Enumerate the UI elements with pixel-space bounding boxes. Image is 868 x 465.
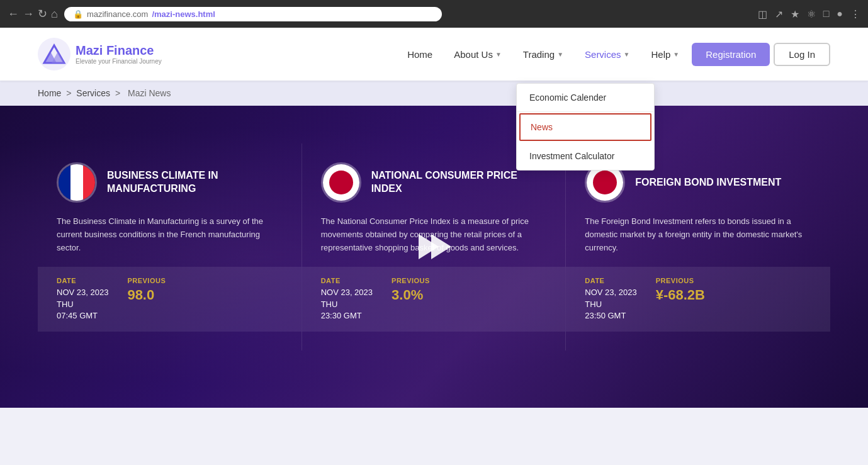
card-3-body: The Foreign Bond Investment refers to bo… [585,215,811,254]
play-overlay [414,227,454,267]
card-3-date-value: NOV 23, 2023 THU 23:50 GMT [585,287,636,322]
address-bar[interactable]: 🔒 mazifinance.com/mazi-news.html [64,7,442,21]
services-chevron-icon: ▼ [624,51,630,58]
url-prefix: mazifinance.com [87,9,149,19]
reload-button[interactable]: ↻ [38,8,47,20]
logo-text: Mazi Finance Elevate your Financial Jour… [76,43,162,65]
back-button[interactable]: ← [8,8,19,20]
main-nav: Home About Us ▼ Trading ▼ Services ▼ Hel… [398,43,830,66]
nav-about-us[interactable]: About Us ▼ [445,44,510,65]
services-dropdown: Economic Calender News Investment Calcul… [516,83,655,171]
card-3-footer: DATE NOV 23, 2023 THU 23:50 GMT PREVIOUS… [566,267,830,332]
logo-area[interactable]: Mazi Finance Elevate your Financial Jour… [38,38,162,70]
brand-name: Mazi Finance [76,43,162,58]
breadcrumb-sep-1: > [66,88,74,98]
card-2-date-label: DATE [321,277,373,284]
card-2-date-value: NOV 23, 2023 THU 23:30 GMT [321,287,373,322]
nav-help[interactable]: Help ▼ [642,44,688,65]
card-3-previous-label: PREVIOUS [656,277,705,284]
card-3-title: FOREIGN BOND INVESTMENT [635,176,781,189]
svg-point-0 [38,38,70,70]
news-cards: BUSINESS CLIMATE IN MANUFACTURING The Bu… [38,143,830,350]
card-1-date-group: DATE NOV 23, 2023 THU 07:45 GMT [57,277,108,322]
breadcrumb-bar: Home > Services > Mazi News [0,81,868,106]
news-card-3: FOREIGN BOND INVESTMENT The Foreign Bond… [566,143,830,350]
card-1-previous-value: 98.0 [127,287,166,303]
dropdown-economic-calendar[interactable]: Economic Calender [517,84,654,112]
share-icon[interactable]: ↗ [775,8,783,20]
menu-icon[interactable]: ⋮ [850,8,860,20]
brand-tagline: Elevate your Financial Journey [76,58,162,65]
card-3-previous-value: ¥-68.2B [656,287,705,303]
breadcrumb-services[interactable]: Services [76,88,110,98]
logo-icon [38,38,70,70]
browser-chrome: ← → ↻ ⌂ 🔒 mazifinance.com/mazi-news.html… [0,0,868,28]
hero-section: BUSINESS CLIMATE IN MANUFACTURING The Bu… [0,106,868,408]
card-1-body: The Business Climate in Manufacturing is… [57,215,283,254]
url-path: /mazi-news.html [152,9,215,19]
card-2-previous-group: PREVIOUS 3.0% [392,277,430,303]
nav-trading[interactable]: Trading ▼ [514,44,572,65]
breadcrumb-sep-2: > [115,88,123,98]
profile-icon[interactable]: ● [837,8,843,20]
nav-services[interactable]: Services ▼ [576,44,638,65]
browser-nav-buttons: ← → ↻ ⌂ [8,8,58,20]
site-header: Mazi Finance Elevate your Financial Jour… [0,28,868,81]
card-1-previous-group: PREVIOUS 98.0 [127,277,166,303]
card-2-title: NATIONAL CONSUMER PRICE INDEX [371,169,547,196]
browser-actions: ◫ ↗ ★ ⚛ □ ● ⋮ [758,8,860,20]
window-icon[interactable]: □ [823,8,830,20]
card-2-footer: DATE NOV 23, 2023 THU 23:30 GMT PREVIOUS… [302,267,566,332]
france-flag-icon [57,162,97,203]
nav-home[interactable]: Home [398,44,441,65]
play-icon [414,232,454,262]
forward-button[interactable]: → [23,8,34,20]
breadcrumb-current: Mazi News [128,88,171,98]
dropdown-news[interactable]: News [519,113,651,141]
card-1-header: BUSINESS CLIMATE IN MANUFACTURING [57,162,283,203]
news-card-1: BUSINESS CLIMATE IN MANUFACTURING The Bu… [38,143,302,350]
card-3-date-group: DATE NOV 23, 2023 THU 23:50 GMT [585,277,636,322]
play-button[interactable] [414,227,454,267]
svg-marker-5 [431,234,451,259]
brand-finance: Finance [106,43,154,57]
extensions-icon[interactable]: ⚛ [807,8,816,20]
card-1-previous-label: PREVIOUS [127,277,166,284]
cast-icon[interactable]: ◫ [758,8,767,20]
card-1-date-value: NOV 23, 2023 THU 07:45 GMT [57,287,108,322]
japan-flag-icon-1 [321,162,361,203]
card-1-footer: DATE NOV 23, 2023 THU 07:45 GMT PREVIOUS… [38,267,302,332]
home-button[interactable]: ⌂ [51,8,58,20]
card-2-previous-label: PREVIOUS [392,277,430,284]
card-3-previous-group: PREVIOUS ¥-68.2B [656,277,705,303]
trading-chevron-icon: ▼ [557,51,563,58]
dropdown-investment-calculator[interactable]: Investment Calculator [517,142,654,170]
brand-mazi: Mazi [76,43,106,57]
breadcrumb-home[interactable]: Home [38,88,61,98]
news-card-2: NATIONAL CONSUMER PRICE INDEX The Nation… [302,143,566,350]
card-1-title: BUSINESS CLIMATE IN MANUFACTURING [107,169,283,196]
help-chevron-icon: ▼ [673,51,679,58]
card-3-date-label: DATE [585,277,636,284]
card-2-previous-value: 3.0% [392,287,430,303]
card-1-date-label: DATE [57,277,108,284]
about-chevron-icon: ▼ [495,51,502,58]
bookmark-icon[interactable]: ★ [791,8,799,20]
card-2-header: NATIONAL CONSUMER PRICE INDEX [321,162,547,203]
registration-button[interactable]: Registration [692,43,770,66]
login-button[interactable]: Log In [774,43,830,66]
card-2-date-group: DATE NOV 23, 2023 THU 23:30 GMT [321,277,373,322]
